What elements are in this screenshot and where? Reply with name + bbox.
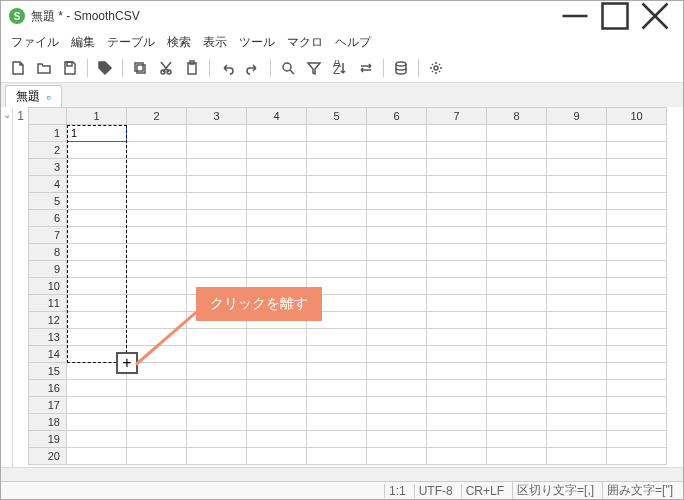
cell[interactable] <box>547 346 607 363</box>
menu-item[interactable]: マクロ <box>281 32 329 53</box>
cell[interactable] <box>607 142 667 159</box>
cell[interactable] <box>187 142 247 159</box>
cell[interactable] <box>127 380 187 397</box>
tag-icon[interactable] <box>94 57 116 79</box>
row-header[interactable]: 20 <box>29 448 67 465</box>
cell[interactable] <box>427 414 487 431</box>
cell[interactable] <box>307 329 367 346</box>
row-header[interactable]: 8 <box>29 244 67 261</box>
cell[interactable] <box>67 227 127 244</box>
cell[interactable] <box>67 261 127 278</box>
row-header[interactable]: 2 <box>29 142 67 159</box>
cell[interactable] <box>247 295 307 312</box>
cell[interactable] <box>67 448 127 465</box>
cell[interactable] <box>547 312 607 329</box>
cell[interactable] <box>187 159 247 176</box>
cell[interactable] <box>547 176 607 193</box>
cell[interactable] <box>427 448 487 465</box>
cell[interactable] <box>487 142 547 159</box>
cell[interactable] <box>247 244 307 261</box>
cell[interactable] <box>607 125 667 142</box>
cell[interactable] <box>547 363 607 380</box>
cell[interactable] <box>307 261 367 278</box>
row-header[interactable]: 18 <box>29 414 67 431</box>
cell[interactable] <box>427 346 487 363</box>
cell[interactable] <box>607 448 667 465</box>
cell[interactable] <box>247 380 307 397</box>
cell[interactable] <box>427 261 487 278</box>
close-button[interactable] <box>635 2 675 30</box>
cell[interactable] <box>607 193 667 210</box>
cell[interactable] <box>607 176 667 193</box>
row-header[interactable]: 12 <box>29 312 67 329</box>
cell[interactable] <box>367 431 427 448</box>
cell[interactable] <box>487 414 547 431</box>
cell[interactable] <box>307 125 367 142</box>
cell[interactable] <box>67 329 127 346</box>
spreadsheet-grid[interactable]: 1234567891011234567891011121314151617181… <box>28 107 683 467</box>
cell[interactable] <box>127 329 187 346</box>
cell[interactable] <box>247 312 307 329</box>
cell[interactable] <box>547 261 607 278</box>
cell[interactable] <box>547 210 607 227</box>
cell[interactable] <box>187 278 247 295</box>
cell[interactable] <box>307 431 367 448</box>
row-header[interactable]: 13 <box>29 329 67 346</box>
horizontal-scrollbar[interactable] <box>1 467 683 481</box>
cell[interactable] <box>307 159 367 176</box>
cell[interactable] <box>247 159 307 176</box>
cell[interactable] <box>427 295 487 312</box>
cell[interactable] <box>427 193 487 210</box>
cell[interactable] <box>127 210 187 227</box>
cell[interactable] <box>67 363 127 380</box>
cell[interactable] <box>547 380 607 397</box>
row-header[interactable]: 16 <box>29 380 67 397</box>
cell[interactable] <box>367 278 427 295</box>
cell[interactable] <box>127 193 187 210</box>
cell[interactable] <box>307 227 367 244</box>
column-header[interactable]: 4 <box>247 108 307 125</box>
cell[interactable] <box>247 210 307 227</box>
minimize-button[interactable] <box>555 2 595 30</box>
paste-icon[interactable] <box>181 57 203 79</box>
settings-icon[interactable] <box>425 57 447 79</box>
cell[interactable] <box>487 448 547 465</box>
menu-item[interactable]: テーブル <box>101 32 161 53</box>
cell[interactable] <box>607 278 667 295</box>
cell[interactable] <box>247 176 307 193</box>
cell[interactable] <box>547 448 607 465</box>
cell[interactable] <box>187 176 247 193</box>
cell[interactable] <box>427 431 487 448</box>
cell[interactable] <box>427 397 487 414</box>
row-header[interactable]: 15 <box>29 363 67 380</box>
cell[interactable] <box>547 125 607 142</box>
cell[interactable] <box>487 397 547 414</box>
column-header[interactable]: 6 <box>367 108 427 125</box>
cell[interactable] <box>547 244 607 261</box>
cell[interactable] <box>367 346 427 363</box>
cell[interactable] <box>187 312 247 329</box>
cell[interactable] <box>607 380 667 397</box>
cell[interactable] <box>487 431 547 448</box>
row-header[interactable]: 19 <box>29 431 67 448</box>
undo-icon[interactable] <box>216 57 238 79</box>
cell[interactable] <box>247 278 307 295</box>
cell[interactable] <box>487 227 547 244</box>
corner-cell[interactable] <box>29 108 67 125</box>
cell[interactable] <box>547 414 607 431</box>
cell[interactable] <box>367 448 427 465</box>
cell[interactable] <box>307 380 367 397</box>
row-header[interactable]: 10 <box>29 278 67 295</box>
cell[interactable] <box>187 431 247 448</box>
cell[interactable] <box>127 142 187 159</box>
cell[interactable] <box>487 346 547 363</box>
swap-icon[interactable] <box>355 57 377 79</box>
cell[interactable] <box>547 431 607 448</box>
cell[interactable] <box>367 261 427 278</box>
row-header[interactable]: 14 <box>29 346 67 363</box>
cell[interactable] <box>607 261 667 278</box>
column-header[interactable]: 10 <box>607 108 667 125</box>
cell[interactable] <box>607 329 667 346</box>
cell[interactable] <box>427 329 487 346</box>
cell[interactable] <box>367 193 427 210</box>
